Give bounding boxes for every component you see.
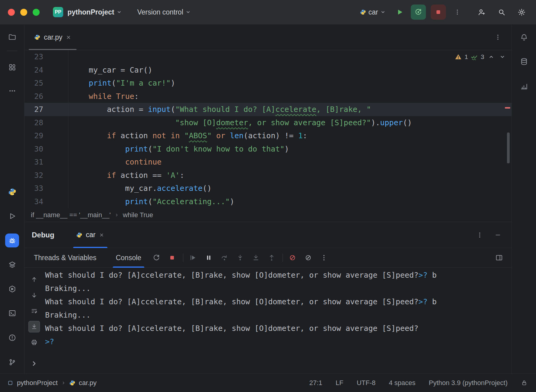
code-token: >? bbox=[418, 271, 427, 279]
debug-session-tab[interactable]: car bbox=[72, 222, 109, 248]
code-line-25[interactable]: 25 print("I'm a car!") bbox=[25, 77, 511, 90]
encoding-widget[interactable]: UTF-8 bbox=[357, 379, 375, 387]
minimize-window-button[interactable] bbox=[20, 9, 27, 16]
previous-problem-button[interactable] bbox=[487, 53, 495, 61]
print-button[interactable] bbox=[28, 337, 40, 348]
code-line-33[interactable]: 33 my_car.accelerate() bbox=[25, 182, 511, 195]
line-number[interactable]: 27 bbox=[25, 103, 68, 116]
expand-gutter-button[interactable] bbox=[28, 358, 40, 369]
indent-widget[interactable]: 4 spaces bbox=[389, 379, 415, 387]
problems-toolwindow-button[interactable] bbox=[5, 331, 19, 344]
python-console-button[interactable] bbox=[5, 185, 19, 198]
editor[interactable]: 2324 my_car = Car()25 print("I'm a car!"… bbox=[25, 50, 511, 208]
project-badge[interactable]: PP bbox=[53, 7, 63, 17]
panel-options-button[interactable] bbox=[475, 230, 484, 240]
breadcrumb-item-while[interactable]: while True bbox=[123, 211, 153, 219]
close-session-button[interactable] bbox=[99, 232, 104, 237]
run-toolwindow-button[interactable] bbox=[5, 209, 19, 223]
line-number[interactable]: 33 bbox=[25, 182, 68, 195]
rerun-button[interactable] bbox=[150, 252, 162, 264]
force-step-into-button[interactable] bbox=[250, 252, 262, 264]
interpreter-widget[interactable]: Python 3.9 (pythonProject) bbox=[429, 379, 508, 387]
metrics-toolwindow-button[interactable] bbox=[517, 80, 531, 93]
code-line-34[interactable]: 34 print("Accelerating...") bbox=[25, 195, 511, 208]
code-line-30[interactable]: 30 print("I don't know how to do that") bbox=[25, 142, 511, 156]
line-number[interactable]: 29 bbox=[25, 129, 68, 142]
rerun-debug-button[interactable] bbox=[411, 5, 426, 20]
search-everywhere-button[interactable] bbox=[495, 5, 508, 19]
line-number[interactable]: 34 bbox=[25, 195, 68, 208]
line-number[interactable]: 23 bbox=[25, 50, 68, 64]
packages-toolwindow-button[interactable] bbox=[5, 258, 19, 271]
next-problem-button[interactable] bbox=[498, 53, 507, 61]
run-config-selector[interactable]: car bbox=[360, 8, 385, 16]
code-with-me-button[interactable] bbox=[475, 5, 488, 19]
pause-button[interactable] bbox=[203, 252, 215, 264]
terminal-toolwindow-button[interactable] bbox=[5, 306, 19, 320]
line-number[interactable]: 24 bbox=[25, 64, 68, 77]
scroll-to-end-button[interactable] bbox=[28, 321, 40, 332]
arrow-down-icon bbox=[31, 292, 38, 299]
step-into-button[interactable] bbox=[234, 252, 246, 264]
breadcrumb-item-main[interactable]: if __name__ == '__main__' bbox=[31, 211, 111, 219]
line-number[interactable]: 26 bbox=[25, 90, 68, 103]
editor-scrollbar-thumb[interactable] bbox=[507, 132, 510, 163]
maximize-window-button[interactable] bbox=[33, 9, 40, 16]
scroll-down-button[interactable] bbox=[28, 289, 40, 301]
services-toolwindow-button[interactable] bbox=[5, 282, 19, 296]
editor-tab-car-py[interactable]: car.py bbox=[29, 24, 77, 50]
code-token: : bbox=[180, 171, 184, 180]
tab-threads-variables[interactable]: Threads & Variables bbox=[33, 248, 98, 267]
inspections-widget[interactable]: 1 3 bbox=[455, 53, 507, 61]
structure-toolwindow-button[interactable] bbox=[5, 60, 19, 74]
close-tab-button[interactable] bbox=[66, 35, 71, 40]
code-line-32[interactable]: 32 if action == 'A': bbox=[25, 169, 511, 182]
lock-icon[interactable] bbox=[521, 380, 528, 386]
run-button[interactable] bbox=[393, 5, 407, 19]
code-token bbox=[111, 92, 116, 101]
console-output[interactable]: What should I do? [A]ccelerate, [B]rake,… bbox=[44, 268, 511, 374]
tab-options-button[interactable] bbox=[493, 33, 502, 42]
code-line-24[interactable]: 24 my_car = Car() bbox=[25, 64, 511, 77]
line-number[interactable]: 30 bbox=[25, 142, 68, 156]
mute-breakpoints-button[interactable] bbox=[286, 252, 299, 264]
code-line-23[interactable]: 23 bbox=[25, 50, 511, 64]
hide-panel-button[interactable] bbox=[493, 230, 502, 240]
view-breakpoints-button[interactable] bbox=[302, 252, 314, 264]
code-line-26[interactable]: 26 while True: bbox=[25, 90, 511, 103]
line-number[interactable]: 28 bbox=[25, 116, 68, 129]
code-line-31[interactable]: 31 continue bbox=[25, 155, 511, 169]
step-out-button[interactable] bbox=[266, 252, 278, 264]
stop-process-button[interactable] bbox=[166, 252, 178, 264]
notifications-button[interactable] bbox=[517, 31, 531, 44]
more-toolwindows-button[interactable] bbox=[5, 84, 19, 97]
vcs-widget[interactable]: Version control bbox=[137, 8, 191, 16]
debug-toolwindow-button[interactable] bbox=[5, 234, 19, 247]
code-line-28[interactable]: 28 "show [O]dometer, or show average [S]… bbox=[25, 116, 511, 129]
close-window-button[interactable] bbox=[8, 9, 15, 16]
code-line-29[interactable]: 29 if action not in "ABOS" or len(action… bbox=[25, 129, 511, 142]
code-token: print bbox=[89, 79, 111, 87]
line-number[interactable]: 25 bbox=[25, 77, 68, 90]
git-toolwindow-button[interactable] bbox=[5, 355, 19, 369]
database-toolwindow-button[interactable] bbox=[517, 55, 531, 68]
caret-position-widget[interactable]: 27:1 bbox=[309, 379, 322, 387]
project-widget[interactable]: pythonProject bbox=[67, 8, 122, 16]
more-actions-button[interactable] bbox=[451, 5, 464, 19]
step-over-button[interactable] bbox=[218, 252, 230, 264]
resume-button[interactable] bbox=[187, 252, 199, 264]
scroll-up-button[interactable] bbox=[28, 274, 40, 285]
line-ending-widget[interactable]: LF bbox=[335, 379, 343, 387]
settings-button[interactable] bbox=[515, 5, 528, 19]
code-line-27[interactable]: 27 action = input("What should I do? [A]… bbox=[25, 103, 511, 116]
code-token: True bbox=[116, 92, 134, 101]
soft-wrap-button[interactable] bbox=[28, 305, 40, 317]
console-more-button[interactable] bbox=[318, 252, 330, 264]
layout-settings-button[interactable] bbox=[495, 253, 504, 262]
line-number[interactable]: 32 bbox=[25, 169, 68, 182]
stop-button[interactable] bbox=[431, 5, 446, 20]
line-number[interactable]: 31 bbox=[25, 155, 68, 169]
titlebar-actions: car bbox=[360, 5, 528, 20]
tab-console[interactable]: Console bbox=[115, 248, 142, 267]
project-toolwindow-button[interactable] bbox=[5, 30, 19, 44]
